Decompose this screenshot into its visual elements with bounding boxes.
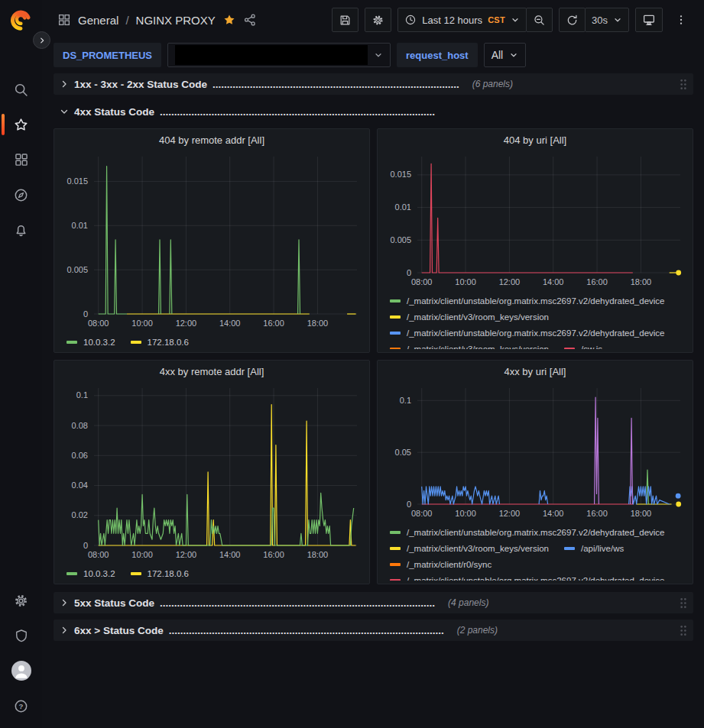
chart-svg: 00.0050.010.01508:0010:0012:0014:0016:00… xyxy=(59,150,365,332)
breadcrumb-section[interactable]: General xyxy=(78,14,118,27)
legend-item[interactable]: /_matrix/client/v3/room_keys/version xyxy=(390,312,549,322)
dashboard-settings-button[interactable] xyxy=(365,8,391,32)
top-nav: General / NGINX PROXY xyxy=(42,0,704,40)
row-6xx[interactable]: 6xx > Status Code ......................… xyxy=(54,620,693,641)
legend-label: /_matrix/client/v3/room_keys/version xyxy=(407,345,549,349)
legend-item[interactable]: /_matrix/client/v3/room_keys/version xyxy=(390,345,549,349)
sidebar-item-explore[interactable] xyxy=(0,177,42,212)
gear-icon xyxy=(371,14,384,27)
svg-text:14:00: 14:00 xyxy=(219,319,241,328)
legend-item[interactable]: 172.18.0.6 xyxy=(131,338,189,347)
alerting-bell-icon xyxy=(13,222,29,238)
svg-text:14:00: 14:00 xyxy=(219,550,241,559)
breadcrumb-separator: / xyxy=(125,14,128,27)
svg-text:0.005: 0.005 xyxy=(67,265,88,274)
legend-swatch xyxy=(390,299,401,303)
search-icon xyxy=(13,82,29,98)
save-icon xyxy=(339,14,352,27)
legend-label: /_matrix/client/r0/sync xyxy=(407,560,492,569)
sidebar: ? xyxy=(0,0,42,728)
variable-label-ds-prometheus[interactable]: DS_PROMETHEUS xyxy=(54,43,161,67)
panel-title[interactable]: 4xx by remote addr [All] xyxy=(54,361,369,382)
legend-label: /_matrix/client/v3/room_keys/version xyxy=(407,312,549,322)
legend-item[interactable]: /_matrix/client/v3/room_keys/version xyxy=(390,544,549,553)
grafana-logo[interactable] xyxy=(11,9,31,31)
sidebar-item-starred[interactable] xyxy=(0,107,42,142)
sidebar-item-alerting[interactable] xyxy=(0,212,42,248)
refresh-icon xyxy=(566,14,579,27)
row-panel-count: (2 panels) xyxy=(457,625,498,636)
sidebar-item-profile[interactable] xyxy=(0,653,42,688)
legend-item[interactable]: /_matrix/client/r0/sync xyxy=(390,560,492,569)
refresh-interval-dropdown[interactable]: 30s xyxy=(585,8,629,32)
legend-item[interactable]: /_matrix/client/unstable/org.matrix.msc2… xyxy=(390,296,665,306)
dashboard-toolbar: Last 12 hours CST xyxy=(332,8,693,32)
chevron-right-icon xyxy=(60,626,69,635)
active-indicator xyxy=(2,114,5,135)
svg-text:16:00: 16:00 xyxy=(586,277,608,286)
favorite-star-icon[interactable] xyxy=(222,13,236,27)
legend-item[interactable]: /_matrix/client/unstable/org.matrix.msc2… xyxy=(390,528,665,537)
legend-item[interactable]: /sw.js xyxy=(564,345,602,349)
cycle-view-mode-button[interactable] xyxy=(635,8,663,32)
sidebar-item-help[interactable]: ? xyxy=(0,688,42,723)
refresh-button[interactable] xyxy=(559,8,586,32)
row-5xx[interactable]: 5xx Status Code ........................… xyxy=(54,592,693,613)
legend-item[interactable]: /api/live/ws xyxy=(564,544,624,553)
variable-label-request-host[interactable]: request_host xyxy=(397,43,478,67)
legend-item[interactable]: /_matrix/client/unstable/org.matrix.msc2… xyxy=(390,576,665,581)
chevron-right-icon xyxy=(60,79,69,89)
time-range-label: Last 12 hours xyxy=(422,15,482,26)
svg-text:0.005: 0.005 xyxy=(390,235,411,244)
save-dashboard-button[interactable] xyxy=(332,8,358,32)
legend-label: /_matrix/client/v3/room_keys/version xyxy=(407,544,549,553)
sidebar-item-dashboards[interactable] xyxy=(0,142,42,177)
expand-sidebar-button[interactable] xyxy=(33,31,50,49)
svg-text:08:00: 08:00 xyxy=(411,509,433,518)
chevron-down-icon xyxy=(60,107,69,116)
row-1xx-3xx-2xx[interactable]: 1xx - 3xx - 2xx Status Code ............… xyxy=(54,73,693,95)
more-options-kebab-button[interactable] xyxy=(669,8,693,32)
panel-title[interactable]: 404 by remote addr [All] xyxy=(54,129,369,150)
variable-value-ds-prometheus[interactable] xyxy=(167,43,391,67)
timeseries-chart[interactable]: 00.050.108:0010:0012:0014:0016:0018:00 xyxy=(382,382,688,522)
legend-label: /_matrix/client/unstable/org.matrix.msc2… xyxy=(407,328,665,338)
svg-text:16:00: 16:00 xyxy=(263,550,284,559)
legend-swatch xyxy=(564,547,575,550)
variable-value-request-host[interactable]: All xyxy=(484,43,527,67)
legend-swatch xyxy=(390,579,401,581)
svg-text:0.01: 0.01 xyxy=(395,202,411,212)
svg-text:08:00: 08:00 xyxy=(88,319,109,328)
legend-item[interactable]: 172.18.0.6 xyxy=(131,569,189,578)
legend-swatch xyxy=(67,341,77,344)
legend-swatch xyxy=(390,332,401,335)
zoom-out-time-button[interactable] xyxy=(526,8,553,32)
row-panel-count: (4 panels) xyxy=(448,597,488,608)
explore-compass-icon xyxy=(13,187,29,203)
legend-swatch xyxy=(67,572,77,575)
time-range-picker[interactable]: Last 12 hours CST xyxy=(397,8,527,32)
legend-item[interactable]: 10.0.3.2 xyxy=(67,338,115,347)
main-area: General / NGINX PROXY xyxy=(42,0,704,728)
timeseries-chart[interactable]: 00.0050.010.01508:0010:0012:0014:0016:00… xyxy=(382,150,688,290)
row-drag-handle-icon[interactable] xyxy=(680,625,687,636)
sidebar-item-search[interactable] xyxy=(0,72,42,107)
chart-svg: 00.050.108:0010:0012:0014:0016:0018:00 xyxy=(382,382,688,522)
svg-text:0: 0 xyxy=(83,541,88,550)
svg-text:16:00: 16:00 xyxy=(263,319,284,328)
row-4xx[interactable]: 4xx Status Code ........................… xyxy=(54,101,693,122)
sidebar-item-server-admin[interactable] xyxy=(0,618,42,653)
row-drag-handle-icon[interactable] xyxy=(680,597,687,609)
legend-item[interactable]: /_matrix/client/unstable/org.matrix.msc2… xyxy=(390,328,665,338)
timeseries-chart[interactable]: 00.0050.010.01508:0010:0012:0014:0016:00… xyxy=(59,150,365,332)
svg-text:18:00: 18:00 xyxy=(631,509,652,518)
sidebar-item-settings[interactable] xyxy=(0,583,42,618)
row-drag-handle-icon[interactable] xyxy=(680,79,687,90)
svg-text:0.02: 0.02 xyxy=(72,510,88,519)
svg-text:12:00: 12:00 xyxy=(499,277,521,286)
legend-item[interactable]: 10.0.3.2 xyxy=(67,569,115,578)
share-icon[interactable] xyxy=(243,13,257,27)
timeseries-chart[interactable]: 00.020.040.060.080.108:0010:0012:0014:00… xyxy=(59,382,365,563)
panel-title[interactable]: 4xx by uri [All] xyxy=(378,361,693,382)
panel-title[interactable]: 404 by uri [All] xyxy=(378,129,693,150)
